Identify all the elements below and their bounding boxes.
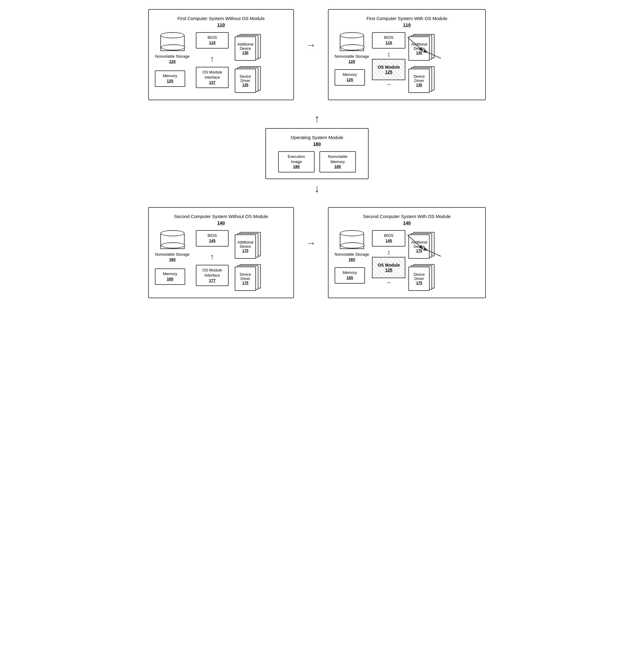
bottom-row: Second Computer System Without OS Module…	[9, 207, 625, 298]
bidir-arrow-memory-bottom: ↔	[386, 279, 391, 286]
bidir-arrow-memory: ↔	[386, 81, 391, 88]
bottom-left-memory: Memory 165	[155, 268, 185, 285]
top-left-layout: Nonvolatile Storage 120 Memory 125 BIOS …	[155, 32, 287, 94]
top-arrow-connector: →	[303, 40, 319, 51]
bottom-right-bios: BIOS 145	[372, 230, 405, 246]
nonvolatile-memory: Nonvolatile Memory 185	[319, 151, 356, 172]
execution-image: Execution Image 190	[278, 151, 315, 172]
bottom-right-storage-wrap: Nonvolatile Storage 160	[335, 230, 369, 262]
down-arrow-center: ↓	[314, 182, 320, 195]
bottom-arrow-connector: →	[303, 237, 319, 249]
bottom-left-storage-wrap: Nonvolatile Storage 160	[155, 230, 190, 262]
top-left-id: 110	[155, 22, 287, 27]
top-right-storage-cylinder	[340, 32, 364, 53]
top-right-left-group: Nonvolatile Storage 120 Memory 125	[335, 32, 369, 86]
bidir-arrow-bottom: ↕	[387, 249, 390, 256]
top-right-right-group: Additional Device 130 Device Driver 135	[408, 32, 436, 94]
bottom-left-storage-label: Nonvolatile Storage 160	[155, 252, 190, 262]
page-container: First Computer System Without OS Module …	[9, 9, 625, 298]
top-right-adddev-front: Additional Device 130	[408, 37, 430, 61]
top-left-devdrv-front: Device Driver 135	[235, 69, 256, 93]
top-row: First Computer System Without OS Module …	[9, 9, 625, 100]
top-right-storage-label: Nonvolatile Storage 120	[335, 54, 369, 64]
top-right-layout: Nonvolatile Storage 120 Memory 125 BIOS …	[335, 32, 479, 94]
os-module-section-title: Operating System Module	[272, 135, 362, 140]
bottom-right-os-module: OS Module 125	[372, 257, 405, 278]
bottom-right-right-group: Additional Device 170 Device Driver 175	[408, 230, 436, 291]
bottom-right-devdrv-front: Device Driver 175	[408, 267, 430, 291]
bottom-right-storage-label: Nonvolatile Storage 160	[335, 252, 369, 262]
bottom-left-system-box: Second Computer System Without OS Module…	[148, 207, 294, 298]
top-right-id: 110	[335, 22, 479, 27]
bottom-left-col2: BIOS 145 ↑ OS Module Interface 177	[194, 230, 230, 286]
bottom-left-id: 140	[155, 220, 287, 225]
top-right-system-box: First Computer System With OS Module 110…	[328, 9, 486, 100]
up-arrow-bios-bottom: ↑	[210, 253, 214, 261]
bottom-left-storage-bottom	[161, 242, 185, 248]
bottom-right-storage-cylinder	[340, 230, 364, 251]
os-module-inner: Execution Image 190 Nonvolatile Memory 1…	[272, 151, 362, 172]
top-right-device-driver-stack: Device Driver 135	[408, 66, 436, 94]
bottom-right-storage-bottom	[340, 242, 365, 248]
top-left-storage-top	[160, 32, 185, 38]
center-section: ↑ Operating System Module 180 Execution …	[9, 112, 625, 195]
top-right-center-group: BIOS 115 ↕ OS Module 125 ↔	[372, 32, 405, 88]
top-left-device-driver-stack: Device Driver 135	[235, 66, 262, 94]
bottom-left-adddev-front: Additional Device 170	[235, 235, 256, 259]
top-right-storage-top	[340, 32, 364, 38]
top-right-bios: BIOS 115	[372, 32, 405, 49]
bottom-left-title: Second Computer System Without OS Module	[155, 214, 287, 219]
os-module-section: Operating System Module 180 Execution Im…	[265, 128, 369, 179]
top-left-additional-device-stack: Additional Device 130	[235, 34, 262, 61]
bottom-right-left-group: Nonvolatile Storage 160 Memory 165	[335, 230, 369, 284]
bottom-right-additional-device-stack: Additional Device 170	[408, 232, 436, 259]
top-left-storage-cylinder	[160, 32, 185, 53]
top-left-storage-wrap: Nonvolatile Storage 120	[155, 32, 190, 64]
top-right-additional-device-stack: Additional Device 130	[408, 34, 436, 61]
bottom-right-storage-top	[340, 230, 364, 236]
top-left-adddev-front: Additional Device 130	[235, 37, 256, 61]
bottom-left-device-driver-stack: Device Driver 175	[235, 264, 262, 291]
bottom-left-col3: Additional Device 170 Device Driver 175	[235, 230, 262, 291]
top-left-memory: Memory 125	[155, 70, 185, 87]
up-arrow-bios: ↑	[210, 55, 214, 63]
top-left-col3: Additional Device 130 Device Driver 135	[235, 32, 262, 94]
bottom-left-os-interface: OS Module Interface 177	[196, 265, 229, 286]
up-arrow-center: ↑	[314, 112, 320, 125]
top-left-title: First Computer System Without OS Module	[155, 16, 287, 21]
bottom-left-col1: Nonvolatile Storage 160 Memory 165	[155, 230, 190, 285]
top-right-title: First Computer System With OS Module	[335, 16, 479, 21]
top-left-col1: Nonvolatile Storage 120 Memory 125	[155, 32, 190, 87]
bottom-left-storage-cylinder	[160, 230, 185, 251]
bidir-arrow-top: ↕	[387, 51, 390, 58]
bottom-right-layout: Nonvolatile Storage 160 Memory 165 BIOS …	[335, 230, 479, 291]
bottom-left-storage-top	[160, 230, 185, 236]
bottom-left-bios: BIOS 145	[196, 230, 229, 246]
bottom-right-system-box: Second Computer System With OS Module 14…	[328, 207, 486, 298]
bottom-right-memory: Memory 165	[335, 267, 365, 284]
top-right-memory: Memory 125	[335, 69, 365, 86]
top-left-os-interface: OS Module Interface 137	[196, 67, 229, 88]
top-right-os-module: OS Module 125	[372, 59, 405, 80]
bottom-right-adddev-front: Additional Device 170	[408, 235, 430, 259]
bottom-right-device-driver-stack: Device Driver 175	[408, 264, 436, 291]
bottom-left-layout: Nonvolatile Storage 160 Memory 165 BIOS …	[155, 230, 287, 291]
bottom-right-title: Second Computer System With OS Module	[335, 214, 479, 219]
top-left-storage-bottom	[161, 44, 185, 50]
top-right-devdrv-front: Device Driver 135	[408, 69, 430, 93]
top-right-storage-bottom	[340, 44, 365, 50]
top-left-col2: BIOS 115 ↑ OS Module Interface 137	[194, 32, 230, 88]
bottom-right-center-group: BIOS 145 ↕ OS Module 125 ↔	[372, 230, 405, 286]
top-left-bios: BIOS 115	[196, 32, 229, 49]
top-right-storage-wrap: Nonvolatile Storage 120	[335, 32, 369, 64]
bottom-right-id: 140	[335, 220, 479, 225]
top-left-storage-label: Nonvolatile Storage 120	[155, 54, 190, 64]
os-module-section-id: 180	[272, 141, 362, 146]
top-left-system-box: First Computer System Without OS Module …	[148, 9, 294, 100]
bottom-left-additional-device-stack: Additional Device 170	[235, 232, 262, 259]
bottom-left-devdrv-front: Device Driver 175	[235, 267, 256, 291]
